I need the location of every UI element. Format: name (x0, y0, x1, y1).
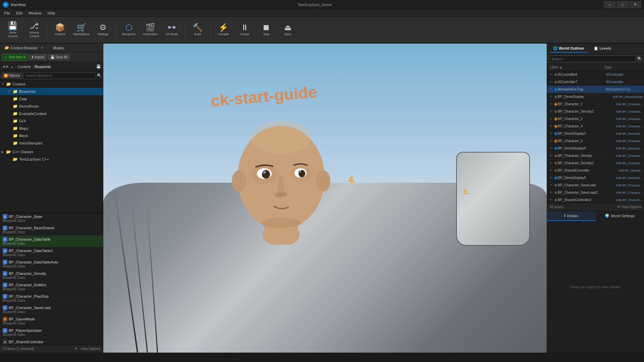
tree-item-text2lipsync[interactable]: ▶ 📂 Text2LipSync C++ (0, 156, 103, 163)
ol-item-char2[interactable]: 👁 BP_Character_2 Edit BP_Characte... (547, 115, 644, 123)
tree-item-demoroom[interactable]: ▶ 📁 DemoRoom (0, 103, 103, 110)
tree-label-gui: GUI (19, 119, 26, 123)
outliner-search-input[interactable] (549, 56, 636, 62)
bp-item-character-base[interactable]: B BP_Character_Base Blueprint Class (0, 213, 103, 224)
menu-help[interactable]: Help (45, 10, 58, 16)
bp-item-datatable[interactable]: B BP_Character_DataTable Blueprint Class (0, 236, 103, 247)
source-control-button[interactable]: ⎇ Source Control (24, 18, 44, 41)
marketplace-button[interactable]: 🛒 Marketplace (71, 18, 92, 41)
window-title: MainMap (11, 3, 26, 7)
bp-item-datatable2[interactable]: B BP_Character_DataTable2 Blueprint Clas… (0, 247, 103, 258)
tree-item-voicesamples[interactable]: ▶ 📁 VoiceSamples (0, 139, 103, 147)
tree-item-data[interactable]: ▶ 📁 Data (0, 95, 103, 103)
settings-button[interactable]: ⚙ Settings (93, 18, 113, 41)
bp-item-sharedcontroller[interactable]: B BP_SharedController Blueprint Class (0, 338, 103, 345)
ol-item-shared-ctrl[interactable]: 👁 BP_SharedController Edit BP_Shared... (547, 167, 644, 174)
ol-item-dd4[interactable]: 👁 BP_DemoDisplay4 Edit BP_DemoDis... (547, 145, 644, 152)
minimize-button[interactable]: ─ (604, 1, 616, 8)
vis-dot-ac6 (554, 73, 557, 76)
ol-item-demodisplay[interactable]: 👁 BP_DemoDisplay Edit BP_DemoDisplay (547, 93, 644, 101)
bp-item-notifies[interactable]: B BP_Character_Notifies Blueprint Class (0, 281, 103, 293)
ol-item-char-density[interactable]: 👁 BP_Character_Density Edit BP_Characte.… (547, 152, 644, 160)
import-button[interactable]: ⬇ Import (29, 54, 47, 60)
content-browser-tab[interactable]: 📂 Content Browser ✕ (3, 45, 45, 51)
world-settings-tab[interactable]: 🌍 World Settings (596, 211, 644, 221)
save-all-button[interactable]: 💾 Save All (48, 54, 70, 60)
eye-icon-c1: 👁 (548, 102, 554, 106)
build-button[interactable]: 🔨 Build (187, 18, 208, 41)
ol-item-char1[interactable]: 👁 BP_Character_1 Edit BP_Characte... (547, 101, 644, 108)
save-current-button[interactable]: 💾 Save Current (3, 18, 23, 41)
ol-edit-dd5: Edit BP_DemoDis... (616, 176, 643, 180)
world-outliner-label: World Outliner (559, 46, 584, 50)
tree-item-mesh[interactable]: ▶ 📁 Mesh (0, 132, 103, 139)
bp-item-datatableauto[interactable]: B BP_Character_DataTableAuto Blueprint C… (0, 258, 103, 270)
add-new-button[interactable]: ＋ Add New ▾ (2, 54, 28, 61)
breadcrumb-blueprints[interactable]: Blueprints (35, 65, 51, 69)
view-options-btn[interactable]: 👁 View Options (617, 205, 641, 209)
bp-item-saveload[interactable]: B BP_Character_SaveLoad Blueprint Class (0, 304, 103, 315)
maximize-button[interactable]: □ (616, 1, 629, 8)
tree-item-gui[interactable]: ▶ 📁 GUI (0, 117, 103, 125)
content-button[interactable]: 📦 Content (50, 18, 70, 41)
vr-label: VR Mode (165, 33, 178, 36)
ol-item-shared-ctrl2[interactable]: 👁 BP_SharedController2 Edit BP_SharedC..… (547, 196, 644, 203)
bp-item-playerspectator[interactable]: B BP_PlayerSpectator Blueprint Class (0, 327, 103, 338)
search-blueprints-box[interactable]: Search Blueprints (23, 72, 96, 79)
modes-tab[interactable]: Modes (51, 45, 66, 51)
blueprints-button[interactable]: ⬡ Blueprints (119, 18, 139, 41)
breadcrumb-save-icon[interactable]: 💾 (96, 64, 101, 69)
view-options-label[interactable]: View Options (80, 347, 100, 351)
world-outliner-tab[interactable]: 🌐 World Outliner (550, 45, 588, 53)
eye-icon-ac7: 👁 (548, 80, 554, 84)
toolbar-sep-3 (184, 20, 185, 40)
ol-item-char-density2b[interactable]: 👁 BP_Character_Density2 Edit BP_Characte… (547, 160, 644, 167)
compile-button[interactable]: ⚡ Compile (213, 18, 233, 41)
eject-button[interactable]: ⏏ Eject (278, 18, 298, 41)
settings-label: Settings (98, 33, 109, 36)
ol-item-saveload2[interactable]: 👁 BP_Character_SaveLoad2 Edit BP_Charact… (547, 189, 644, 196)
pause-button[interactable]: ⏸ Pause (235, 18, 255, 41)
forward-btn[interactable]: ▶ (6, 64, 9, 69)
ol-item-dd3[interactable]: 👁 BP_DemoDisplay3 Edit BP_DemoDis... (547, 130, 644, 137)
bp-item-density[interactable]: B BP_Character_Density Blueprint Class (0, 270, 103, 281)
menu-file[interactable]: File (1, 10, 13, 16)
levels-tab[interactable]: 📋 Levels (590, 45, 614, 53)
stop-button[interactable]: ⏹ Stop (256, 18, 276, 41)
bp-item-character-baseshared[interactable]: B BP_Character_BaseShared Blueprint Clas… (0, 224, 103, 236)
search-icon[interactable]: 🔍 (97, 73, 102, 78)
tree-item-maps[interactable]: ▶ 📁 Maps (0, 125, 103, 132)
ol-item-atmospheric-fog[interactable]: 👁 Atmospheric Fog AtmosphericFog (547, 86, 644, 93)
tree-item-content[interactable]: ▼ 📁 Content (0, 80, 103, 88)
up-btn[interactable]: ▲ (10, 65, 14, 69)
content-browser-close[interactable]: ✕ (40, 46, 43, 50)
bp-name-datatable: BP_Character_DataTable (9, 237, 51, 241)
menu-window[interactable]: Window (26, 10, 44, 16)
ol-item-aicontroller7[interactable]: 👁 AIController7 AIController (547, 78, 644, 86)
ol-item-char3[interactable]: 👁 BP_Character_3 Edit BP_Characte... (547, 137, 644, 145)
breadcrumb-content[interactable]: Content (18, 65, 31, 69)
viewport[interactable]: ck-start-guide (103, 44, 547, 353)
vr-mode-button[interactable]: 👓 VR Mode (162, 18, 182, 41)
menu-edit[interactable]: Edit (13, 10, 25, 16)
bp-item-gamemode[interactable]: B BP_GameMode Blueprint Class (0, 315, 103, 327)
tree-item-cpp[interactable]: ▶ 📂 C++ Classes (0, 148, 103, 156)
close-button[interactable]: ✕ (629, 1, 641, 8)
details-tab[interactable]: ℹ Details (547, 211, 596, 221)
back-btn[interactable]: ◀ (2, 64, 5, 69)
cinematics-button[interactable]: 🎬 Cinematics (140, 18, 160, 41)
ol-item-aicontroller6[interactable]: 👁 AIController6 AIController (547, 71, 644, 78)
ol-item-density2[interactable]: 👁 BP_Character_Density2 Edit BP_Characte… (547, 108, 644, 115)
ol-item-char4[interactable]: 👁 BP_Character_4 Edit BP_Characte... (547, 123, 644, 130)
build-icon: 🔨 (193, 23, 203, 32)
tree-item-examplecontent[interactable]: ▶ 📁 ExampleContent (0, 110, 103, 117)
ol-item-saveload[interactable]: 👁 BP_Character_SaveLoad Edit BP_Characte… (547, 182, 644, 189)
blueprints-icon: ⬡ (125, 23, 132, 32)
ol-item-dd5[interactable]: 👁 BP_DemoDisplay5 Edit BP_DemoDis... (547, 174, 644, 182)
filters-button[interactable]: 🔽 Filters ▾ (1, 73, 22, 78)
add-new-label: Add New (9, 55, 22, 59)
tree-item-blueprints[interactable]: ▼ 📁 Blueprints (0, 88, 103, 95)
bp-item-playstop[interactable]: B BP_Character_PlayStop Blueprint Class (0, 293, 103, 304)
details-content: Select an object to view details. (547, 221, 644, 353)
ol-name-dd4: BP_DemoDisplay4 (558, 146, 615, 150)
